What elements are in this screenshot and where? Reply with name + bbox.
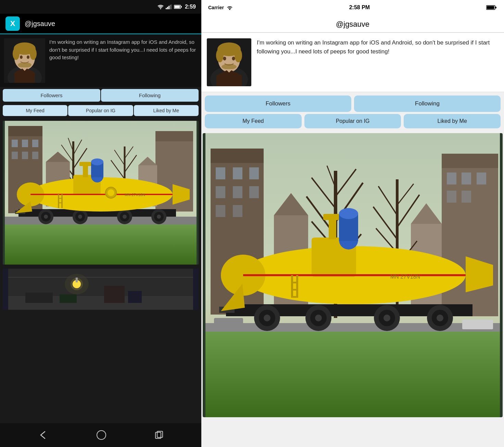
popular-button-right[interactable]: Popular on IG — [304, 114, 401, 128]
svg-rect-28 — [12, 152, 18, 159]
svg-point-97 — [97, 431, 106, 439]
svg-point-72 — [91, 158, 103, 165]
svg-rect-182 — [291, 289, 298, 291]
android-header: X @jgsauve — [0, 14, 201, 34]
liked-button-left[interactable]: Liked by Me — [134, 105, 199, 116]
svg-rect-127 — [442, 166, 498, 316]
svg-rect-26 — [22, 140, 28, 147]
ios-avatar-image — [207, 38, 251, 86]
ios-avatar — [207, 38, 251, 86]
svg-point-0 — [160, 8, 161, 9]
status-icons — [158, 4, 182, 9]
svg-rect-122 — [216, 186, 225, 198]
feed-image-1: MN 27V18N — [3, 121, 199, 265]
submarine-scene-right: MN 27V18N — [203, 133, 503, 417]
android-panel: 2:59 X @jgsauve — [0, 0, 201, 447]
svg-rect-124 — [249, 186, 259, 198]
svg-point-113 — [222, 64, 237, 69]
svg-rect-4 — [170, 5, 171, 9]
android-nav-top: Followers Following — [0, 87, 201, 104]
myfeed-button-left[interactable]: My Feed — [3, 105, 67, 116]
svg-rect-29 — [22, 152, 28, 159]
svg-rect-118 — [211, 149, 264, 163]
svg-rect-91 — [104, 286, 125, 303]
svg-rect-76 — [61, 194, 63, 208]
android-bio: I'm working on writing an Instagram app … — [49, 38, 197, 62]
following-button-right[interactable]: Following — [354, 95, 501, 112]
svg-rect-94 — [60, 294, 77, 303]
svg-rect-92 — [128, 291, 142, 303]
android-status-bar: 2:59 — [0, 0, 201, 14]
svg-rect-7 — [181, 6, 182, 8]
ios-battery — [486, 5, 497, 10]
svg-rect-32 — [155, 131, 193, 141]
home-icon[interactable] — [96, 430, 107, 440]
svg-rect-180 — [296, 275, 298, 297]
svg-rect-131 — [477, 173, 486, 184]
ios-feed: MN 27V18N — [201, 132, 504, 447]
dark-scene — [3, 269, 199, 310]
android-avatar — [4, 38, 45, 83]
android-nav-bar — [0, 423, 201, 447]
svg-point-112 — [232, 57, 235, 61]
svg-rect-173 — [323, 214, 342, 220]
svg-point-100 — [229, 9, 230, 10]
svg-point-18 — [18, 62, 32, 68]
svg-rect-1 — [166, 8, 167, 9]
svg-rect-132 — [447, 191, 456, 203]
svg-point-60 — [123, 215, 127, 219]
svg-rect-121 — [249, 167, 259, 179]
svg-rect-119 — [216, 167, 225, 179]
svg-rect-130 — [462, 173, 471, 184]
svg-point-176 — [339, 208, 358, 219]
svg-point-63 — [157, 215, 161, 219]
svg-rect-90 — [76, 277, 78, 282]
svg-rect-69 — [79, 162, 91, 166]
svg-rect-85 — [8, 269, 193, 296]
following-button-left[interactable]: Following — [101, 89, 199, 102]
svg-rect-30 — [32, 152, 38, 159]
svg-rect-183 — [291, 296, 298, 298]
svg-point-111 — [223, 57, 226, 61]
ios-username: @jgsauve — [336, 20, 369, 28]
ios-nav-bottom: My Feed Popular on IG Liked by Me — [201, 114, 504, 132]
svg-point-17 — [27, 55, 29, 59]
recents-icon[interactable] — [154, 430, 164, 440]
svg-rect-25 — [12, 140, 18, 147]
svg-rect-103 — [487, 6, 494, 9]
svg-rect-181 — [291, 282, 298, 283]
myfeed-button-right[interactable]: My Feed — [205, 114, 302, 128]
svg-rect-3 — [168, 6, 169, 9]
svg-rect-75 — [58, 194, 59, 208]
svg-rect-172 — [329, 217, 336, 239]
svg-rect-128 — [442, 154, 498, 168]
android-username: @jgsauve — [25, 20, 55, 28]
liked-button-right[interactable]: Liked by Me — [404, 114, 501, 128]
ios-panel: Carrier 2:58 PM @jgsauve — [201, 0, 504, 447]
svg-rect-2 — [167, 7, 168, 9]
svg-rect-77 — [58, 198, 63, 199]
svg-rect-5 — [171, 4, 172, 9]
svg-rect-179 — [291, 275, 293, 297]
svg-rect-24 — [8, 126, 42, 136]
svg-rect-189 — [462, 320, 493, 329]
svg-point-54 — [44, 215, 48, 219]
svg-rect-126 — [233, 205, 242, 217]
popular-button-left[interactable]: Popular on IG — [68, 105, 133, 116]
ios-status-bar: Carrier 2:58 PM — [201, 0, 504, 15]
android-time: 2:59 — [185, 4, 196, 10]
ios-nav-top: Followers Following — [201, 92, 504, 114]
followers-button-right[interactable]: Followers — [205, 95, 351, 112]
app-logo-icon: X — [5, 16, 20, 31]
svg-rect-78 — [58, 202, 63, 203]
back-icon[interactable] — [37, 430, 48, 440]
svg-point-57 — [78, 215, 82, 219]
svg-point-161 — [315, 315, 322, 321]
followers-button-left[interactable]: Followers — [3, 89, 100, 102]
svg-point-158 — [264, 315, 270, 321]
ios-header: @jgsauve — [201, 15, 504, 33]
svg-point-80 — [108, 189, 114, 196]
svg-rect-133 — [462, 191, 471, 203]
ios-battery-icon — [486, 5, 497, 10]
svg-point-15 — [30, 48, 37, 60]
